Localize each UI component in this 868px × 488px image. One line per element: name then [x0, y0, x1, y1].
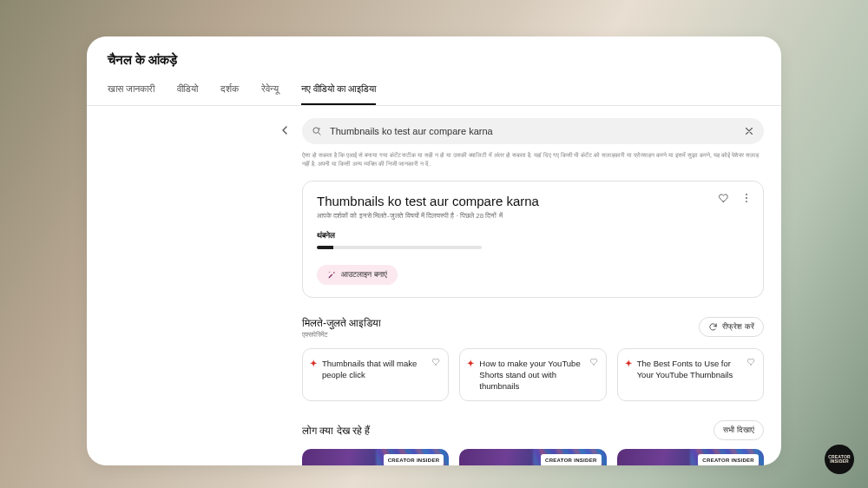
refresh-label: रीफ्रेश करें	[722, 322, 754, 332]
create-outline-label: आउटलाइन बनाएं	[341, 270, 387, 280]
analytics-panel: चैनल के आंकड़े खास जानकारी वीडियो दर्शक …	[87, 36, 781, 465]
idea-subtitle: आपके दर्शकों को इनसे मिलते-जुलते विषयों …	[317, 212, 749, 221]
create-outline-button[interactable]: आउटलाइन बनाएं	[317, 265, 398, 285]
tag-meter	[317, 246, 482, 249]
svg-point-3	[746, 201, 747, 202]
svg-point-2	[746, 197, 747, 199]
svg-point-0	[313, 128, 319, 133]
video-thumbnail[interactable]: THIS WEEK AT YOUTUBE CREATOR INSIDER 1:2…	[617, 449, 764, 465]
tab-video[interactable]: वीडियो	[177, 83, 198, 105]
show-all-button[interactable]: सभी दिखाएं	[713, 420, 764, 440]
close-icon	[743, 125, 755, 137]
idea-tag: थंबनेल	[317, 231, 749, 241]
related-idea[interactable]: ✦ Thumbnails that will make people click	[302, 348, 449, 402]
save-idea-button[interactable]	[431, 357, 441, 366]
heart-icon	[431, 357, 441, 366]
thumbnail-badge: CREATOR INSIDER	[541, 454, 602, 465]
tab-overview[interactable]: खास जानकारी	[108, 83, 155, 105]
related-idea-text: The Best Fonts to Use for Your YouTube T…	[637, 359, 733, 379]
idea-title: Thumbnails ko test aur compare karna	[317, 194, 749, 208]
heart-icon	[718, 192, 730, 204]
thumbnail-person	[622, 465, 687, 465]
video-row: THIS WEEK AT YOUTUBE CREATOR INSIDER 1:5…	[302, 449, 764, 465]
thumbnail-person	[465, 465, 530, 465]
related-ideas-row: ✦ Thumbnails that will make people click…	[302, 348, 764, 402]
save-idea-button[interactable]	[589, 357, 599, 366]
watching-title: लोग क्या देख रहे हैं	[302, 425, 370, 437]
page-title: चैनल के आंकड़े	[87, 36, 781, 71]
sparkle-icon: ✦	[625, 358, 632, 370]
tab-revenue[interactable]: रेवेन्यू	[261, 83, 279, 105]
related-idea-text: How to make your YouTube Shorts stand ou…	[479, 359, 580, 392]
search-bar[interactable]	[302, 118, 764, 144]
tab-new-video-idea[interactable]: नए वीडियो का आइडिया	[301, 83, 376, 105]
thumbnail-badge: CREATOR INSIDER	[384, 454, 444, 465]
wand-icon	[327, 270, 336, 279]
save-idea-button[interactable]	[718, 192, 730, 204]
ai-disclaimer: ऐसा हो सकता है कि एआई से बनाया गया कंटें…	[302, 151, 764, 168]
content: ऐसा हो सकता है कि एआई से बनाया गया कंटें…	[302, 118, 764, 465]
heart-icon	[589, 357, 599, 366]
sparkle-search-icon	[311, 125, 323, 137]
heart-icon	[746, 357, 756, 366]
main-idea-card: Thumbnails ko test aur compare karna आपक…	[302, 181, 764, 298]
related-idea[interactable]: ✦ The Best Fonts to Use for Your YouTube…	[617, 348, 764, 402]
sparkle-icon: ✦	[310, 358, 317, 370]
refresh-ideas-button[interactable]: रीफ्रेश करें	[699, 317, 764, 337]
thumbnail-person	[308, 465, 373, 465]
sparkle-icon: ✦	[467, 358, 474, 370]
video-thumbnail[interactable]: THIS WEEK AT YOUTUBE CREATOR INSIDER 1:5…	[302, 449, 449, 465]
save-idea-button[interactable]	[746, 357, 756, 366]
back-button[interactable]	[276, 122, 293, 139]
creator-insider-badge: CREATOR INSIDER	[825, 445, 854, 474]
clear-search-button[interactable]	[743, 125, 755, 137]
video-thumbnail[interactable]: THIS WEEK AT YOUTUBE CREATOR INSIDER 1:2…	[459, 449, 606, 465]
idea-menu-button[interactable]	[740, 192, 753, 204]
related-idea[interactable]: ✦ How to make your YouTube Shorts stand …	[459, 348, 606, 402]
watching-header: लोग क्या देख रहे हैं सभी दिखाएं	[302, 420, 764, 440]
related-header: मिलते-जुलते आइडिया एक्सपेरिमेंट रीफ्रेश …	[302, 317, 764, 340]
more-vert-icon	[740, 192, 753, 204]
thumbnail-badge: CREATOR INSIDER	[698, 454, 759, 465]
tabs: खास जानकारी वीडियो दर्शक रेवेन्यू नए वीड…	[87, 71, 781, 106]
tab-audience[interactable]: दर्शक	[220, 83, 239, 105]
scroll-area[interactable]: ऐसा हो सकता है कि एआई से बनाया गया कंटें…	[87, 106, 781, 465]
related-title: मिलते-जुलते आइडिया	[302, 317, 381, 329]
related-subtitle: एक्सपेरिमेंट	[302, 331, 381, 340]
related-idea-text: Thumbnails that will make people click	[322, 359, 417, 379]
svg-point-1	[746, 194, 747, 195]
search-input[interactable]	[330, 126, 736, 136]
arrow-left-icon	[278, 123, 292, 137]
refresh-icon	[708, 322, 718, 332]
